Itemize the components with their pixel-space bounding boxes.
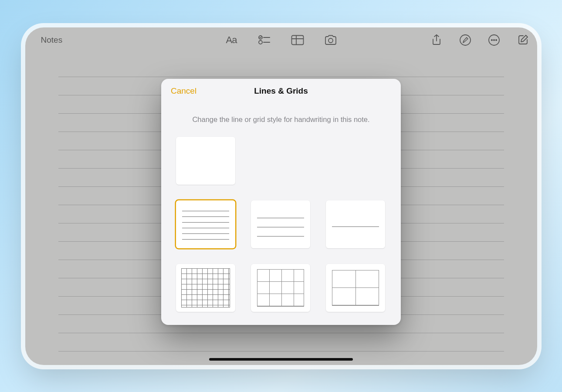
modal-title: Lines & Grids (254, 86, 308, 96)
lines-grids-modal: Cancel Lines & Grids Change the line or … (161, 79, 401, 325)
modal-header: Cancel Lines & Grids (161, 79, 401, 103)
back-button[interactable]: Notes (33, 34, 63, 46)
text-format-icon[interactable]: Aa (225, 34, 238, 47)
back-label: Notes (41, 35, 63, 45)
style-option-lines-dense[interactable] (176, 200, 235, 248)
style-option-grid-large[interactable] (326, 264, 385, 312)
svg-point-8 (460, 35, 471, 45)
style-option-grid-mid[interactable] (251, 264, 310, 312)
toolbar: Notes Aa (25, 27, 537, 53)
style-option-grid-dense[interactable] (176, 264, 235, 312)
camera-icon[interactable] (324, 34, 337, 47)
svg-point-11 (493, 39, 494, 41)
svg-point-12 (495, 39, 497, 41)
svg-point-10 (491, 39, 492, 41)
home-indicator[interactable] (209, 358, 353, 361)
device-frame: Notes Aa (25, 27, 537, 365)
cancel-button[interactable]: Cancel (171, 86, 196, 96)
more-icon[interactable] (488, 34, 501, 47)
style-option-blank[interactable] (176, 137, 235, 185)
modal-subtitle: Change the line or grid style for handwr… (161, 103, 401, 137)
share-icon[interactable] (430, 34, 443, 47)
svg-rect-4 (292, 35, 304, 44)
style-option-lines-wide[interactable] (326, 200, 385, 248)
svg-point-7 (328, 38, 333, 43)
checklist-icon[interactable] (258, 34, 271, 47)
chevron-left-icon (33, 34, 39, 46)
style-grid (161, 137, 401, 312)
table-icon[interactable] (291, 34, 304, 47)
compose-icon[interactable] (516, 34, 529, 47)
style-option-lines-mid[interactable] (251, 200, 310, 248)
markup-icon[interactable] (459, 34, 472, 47)
svg-point-2 (259, 41, 262, 44)
